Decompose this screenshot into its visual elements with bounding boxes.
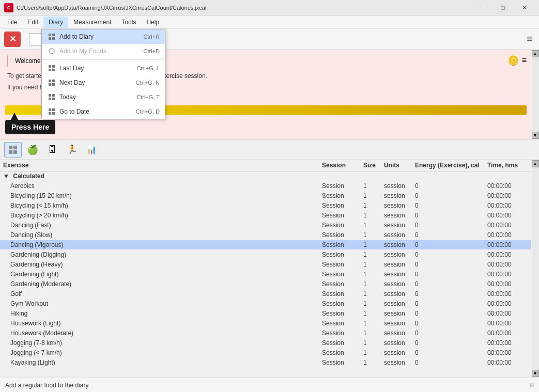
exercise-session: Session — [319, 289, 360, 299]
table-row[interactable]: Jogging (7-8 km/h)Session1session000:00:… — [0, 338, 531, 348]
today-shortcut: Ctrl+G, T — [136, 94, 160, 100]
chart-tab-button[interactable]: 📊 — [83, 142, 100, 158]
minimize-button[interactable]: ─ — [471, 2, 491, 14]
nutrition-tab-button[interactable]: 🍏 — [24, 142, 41, 158]
exercise-units: session — [381, 338, 412, 348]
table-row[interactable]: Gardening (Light)Session1session000:00:0… — [0, 270, 531, 279]
coin-icon[interactable]: 🪙 — [507, 55, 519, 66]
svg-rect-17 — [49, 108, 51, 111]
dropdown-go-to-date[interactable]: Go to Date Ctrl+G, D — [42, 104, 165, 119]
press-here-button[interactable]: Press Here — [5, 120, 55, 134]
welcome-toolbar-icons: 🪙 ≡ — [507, 55, 527, 66]
dropdown-add-to-my-foods[interactable]: Add to My Foods Ctrl+D — [42, 44, 165, 58]
diary-tab-button[interactable] — [4, 142, 22, 158]
table-scrollbar[interactable]: ▲ ▼ — [531, 160, 539, 378]
hamburger-menu-icon[interactable]: ≡ — [525, 31, 535, 47]
maximize-button[interactable]: □ — [492, 2, 513, 14]
menu-tools[interactable]: Tools — [116, 17, 141, 28]
exercise-session: Session — [319, 240, 360, 250]
table-row[interactable]: Housework (Light)Session1session000:00:0… — [0, 319, 531, 328]
svg-rect-18 — [52, 108, 55, 111]
exercise-units: session — [381, 221, 412, 230]
exercise-time: 00:00:00 — [484, 240, 531, 250]
dropdown-add-to-diary[interactable]: Add to Diary Ctrl+R — [42, 29, 165, 44]
exercise-energy: 0 — [412, 221, 484, 230]
exercise-name: Jogging (7-8 km/h) — [0, 338, 319, 348]
exercise-energy: 0 — [412, 289, 484, 299]
exercise-size: 1 — [360, 309, 381, 319]
exercise-energy: 0 — [412, 240, 484, 250]
table-row[interactable]: Bicycling (15-20 km/h)Session1session000… — [0, 191, 531, 201]
exercise-size: 1 — [360, 358, 381, 368]
menu-file[interactable]: File — [2, 17, 22, 28]
exercise-time: 00:00:00 — [484, 319, 531, 328]
exercise-name: Housework (Moderate) — [0, 328, 319, 338]
exercise-name: Gardening (Light) — [0, 270, 319, 279]
svg-rect-21 — [9, 146, 12, 149]
svg-rect-23 — [9, 150, 12, 154]
table-row[interactable]: Kayaking (Light)Session1session000:00:00 — [0, 358, 531, 368]
table-row[interactable]: Gym WorkoutSession1session000:00:00 — [0, 299, 531, 309]
go-to-date-label: Go to Date — [59, 108, 136, 115]
exercise-session: Session — [319, 338, 360, 348]
exercise-tab-button[interactable]: 🏃 — [63, 142, 81, 158]
exercise-name: Gym Workout — [0, 299, 319, 309]
table-row[interactable]: Gardening (Moderate)Session1session000:0… — [0, 279, 531, 289]
close-diary-button[interactable]: ✕ — [4, 32, 21, 47]
exercise-time: 00:00:00 — [484, 260, 531, 270]
svg-rect-8 — [52, 69, 55, 71]
exercise-energy: 0 — [412, 309, 484, 319]
menu-diary[interactable]: Diary — [43, 17, 68, 28]
exercise-energy: 0 — [412, 211, 484, 221]
table-row[interactable]: Jogging (< 7 km/h)Session1session000:00:… — [0, 348, 531, 358]
dropdown-last-day[interactable]: Last Day Ctrl+G, L — [42, 61, 165, 75]
table-row[interactable]: Dancing (Slow)Session1session000:00:00 — [0, 230, 531, 240]
close-x-icon: ✕ — [9, 34, 16, 44]
table-row[interactable]: Gardening (Digging)Session1session000:00… — [0, 250, 531, 260]
table-scroll[interactable]: Exercise Session Size Units Energy (Exer… — [0, 160, 539, 378]
exercise-size: 1 — [360, 270, 381, 279]
table-row[interactable]: Housework (Moderate)Session1session000:0… — [0, 328, 531, 338]
table-row[interactable]: AerobicsSession1session000:00:00 — [0, 181, 531, 191]
title-path: C:/Users/softp/AppData/Roaming/JXCirrus/… — [17, 5, 471, 11]
menu-measurement[interactable]: Measurement — [68, 17, 116, 28]
exercise-name: Golf — [0, 289, 319, 299]
table-row[interactable]: Bicycling (> 20 km/h)Session1session000:… — [0, 211, 531, 221]
exercise-units: session — [381, 181, 412, 191]
exercise-time: 00:00:00 — [484, 230, 531, 240]
exercise-units: session — [381, 211, 412, 221]
exercise-units: session — [381, 299, 412, 309]
exercise-size: 1 — [360, 181, 381, 191]
resize-icon: ⊞ — [530, 382, 534, 388]
welcome-scrollbar[interactable]: ▲ ▼ — [531, 50, 539, 139]
table-row[interactable]: Dancing (Fast)Session1session000:00:00 — [0, 221, 531, 230]
exercise-energy: 0 — [412, 191, 484, 201]
menu-help[interactable]: Help — [141, 17, 164, 28]
table-row[interactable]: Gardening (Heavy)Session1session000:00:0… — [0, 260, 531, 270]
exercise-size: 1 — [360, 221, 381, 230]
exercise-name: Dancing (Fast) — [0, 221, 319, 230]
exercise-time: 00:00:00 — [484, 328, 531, 338]
grid-icon-3 — [47, 78, 56, 87]
col-exercise: Exercise — [0, 160, 319, 171]
exercise-energy: 0 — [412, 358, 484, 368]
dropdown-next-day[interactable]: Next Day Ctrl+G, N — [42, 75, 165, 90]
next-day-shortcut: Ctrl+G, N — [136, 80, 160, 86]
exercise-size: 1 — [360, 319, 381, 328]
today-label: Today — [59, 93, 136, 101]
table-row[interactable]: Bicycling (< 15 km/h)Session1session000:… — [0, 201, 531, 211]
exercise-size: 1 — [360, 328, 381, 338]
exercise-time: 00:00:00 — [484, 299, 531, 309]
table-row[interactable]: Dancing (Vigorous)Session1session000:00:… — [0, 240, 531, 250]
menu-edit[interactable]: Edit — [22, 17, 43, 28]
exercise-time: 00:00:00 — [484, 348, 531, 358]
second-toolbar: 🍏 🗄 🏃 📊 — [0, 140, 539, 160]
exercise-name: Aerobics — [0, 181, 319, 191]
dropdown-today[interactable]: Today Ctrl+G, T — [42, 90, 165, 104]
table-row[interactable]: GolfSession1session000:00:00 — [0, 289, 531, 299]
database-tab-button[interactable]: 🗄 — [43, 142, 61, 158]
table-row[interactable]: HikingSession1session000:00:00 — [0, 309, 531, 319]
list-icon[interactable]: ≡ — [522, 56, 527, 65]
exercise-energy: 0 — [412, 319, 484, 328]
close-button[interactable]: ✕ — [514, 2, 535, 14]
